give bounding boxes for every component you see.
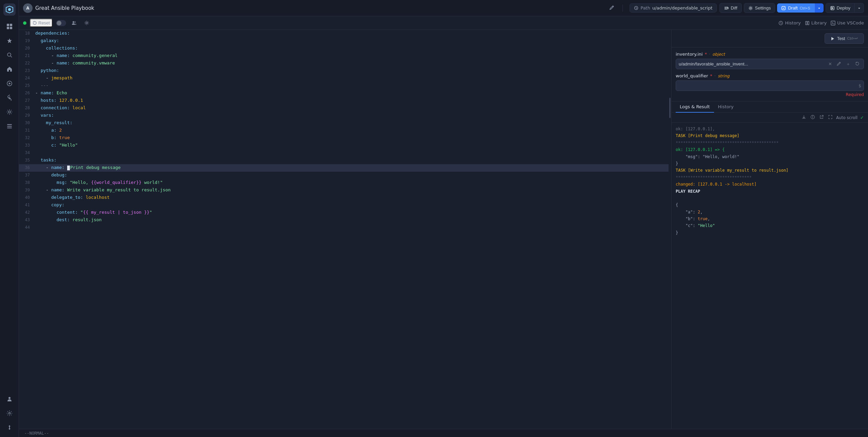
add-inventory-icon[interactable]: ＋ (845, 60, 852, 69)
log-line: "b": true, (676, 215, 864, 222)
table-row: 31 a: 2 (19, 127, 669, 134)
svg-point-18 (750, 7, 751, 9)
sidebar-item-dollar[interactable]: $ (3, 92, 16, 104)
table-row: 26 - name: Echo (19, 90, 669, 97)
qualifier-input[interactable] (676, 80, 864, 91)
auto-scroll-check: ✓ (860, 115, 864, 120)
draft-chevron-button[interactable] (814, 3, 824, 13)
toggle-switch[interactable] (56, 20, 66, 26)
edit-title-icon[interactable] (608, 4, 616, 12)
draft-button[interactable]: Draft Ctrl+S (777, 3, 814, 13)
edit-inventory-icon[interactable] (835, 60, 843, 68)
code-scrollbar[interactable] (669, 30, 671, 429)
sidebar-item-settings[interactable] (3, 407, 16, 419)
inventory-input-row: ✕ ＋ (676, 59, 864, 69)
library-btn[interactable]: Library (805, 20, 827, 25)
sidebar-item-home[interactable] (3, 63, 16, 75)
draft-label: Draft (788, 5, 797, 11)
svg-point-22 (74, 21, 76, 23)
logs-content[interactable]: ok: [127.0.0.1], TASK [Print debug messa… (672, 123, 868, 429)
draft-shortcut: Ctrl+S (800, 6, 810, 10)
sidebar-item-search[interactable] (3, 49, 16, 61)
clear-inventory-icon[interactable]: ✕ (827, 60, 833, 68)
logs-tabs: Logs & Result History (672, 101, 868, 113)
sidebar-item-star[interactable] (3, 35, 16, 47)
download-logs-icon[interactable] (801, 114, 807, 121)
logs-toolbar: Auto scroll ✓ (672, 113, 868, 123)
log-line: ****************************************… (676, 139, 864, 146)
qualifier-label-row: world_qualifier * · string (676, 73, 864, 78)
refresh-inventory-icon[interactable] (854, 60, 861, 68)
table-row: 18 dependencies: (19, 30, 669, 37)
inventory-type: object (712, 52, 725, 57)
expand-logs-icon[interactable] (827, 114, 833, 121)
deploy-chevron-button[interactable] (855, 3, 864, 13)
log-line: "a": 2, (676, 209, 864, 215)
path-button[interactable]: Path u/admin/dependable_script (630, 3, 717, 13)
table-row: 41 copy: (19, 202, 669, 209)
scrollbar-thumb[interactable] (669, 98, 671, 118)
sidebar-item-grid[interactable] (3, 20, 16, 33)
topbar-actions: Diff Settings Draft Ctrl+S (719, 3, 864, 13)
vscode-btn[interactable]: Use VSCode (831, 20, 864, 25)
app-logo[interactable] (3, 3, 16, 16)
deploy-label: Deploy (837, 5, 850, 11)
reset-label: Reset (38, 20, 50, 25)
log-line (676, 195, 864, 202)
test-label: Test (837, 36, 845, 41)
sidebar-item-user[interactable] (3, 393, 16, 405)
history-btn[interactable]: History (778, 20, 801, 25)
table-row: 42 content: "{{ my_result | to_json }}" (19, 209, 669, 216)
code-editor[interactable]: 18 dependencies: 19 galaxy: 20 collectio… (19, 30, 669, 429)
draft-deploy-group: Draft Ctrl+S (777, 3, 823, 13)
svg-text:$: $ (8, 96, 11, 100)
svg-line-7 (11, 56, 12, 57)
status-bar: --NORMAL-- (19, 429, 868, 437)
table-row: 24 - jmespath (19, 75, 669, 82)
log-line: TASK [Print debug message] (676, 132, 864, 139)
table-row: 29 vars: (19, 112, 669, 119)
inventory-input[interactable] (679, 59, 825, 69)
log-line: ok: [127.0.0.1] => { (676, 146, 864, 153)
table-row: 23 python: (19, 67, 669, 75)
dollar-icon: $ (859, 83, 861, 88)
svg-point-6 (7, 53, 11, 56)
log-line: PLAY RECAP (676, 188, 864, 195)
settings-label: Settings (755, 5, 771, 11)
table-row: 43 dest: result.json (19, 216, 669, 224)
tab-history[interactable]: History (714, 101, 738, 113)
users-icon-btn[interactable] (70, 19, 79, 26)
sidebar-item-cog[interactable] (3, 106, 16, 118)
sidebar-item-list[interactable] (3, 120, 16, 132)
cursor (67, 166, 70, 170)
table-row: 32 b: true (19, 134, 669, 142)
sidebar-item-play[interactable] (3, 77, 16, 90)
external-logs-icon[interactable] (818, 114, 825, 121)
table-row: 35 tasks: (19, 157, 669, 164)
table-row: 19 galaxy: (19, 37, 669, 45)
svg-rect-11 (7, 124, 12, 125)
test-button[interactable]: Test Ctrl+↵ (825, 33, 864, 44)
table-row: 44 (19, 224, 669, 231)
log-line: TASK [Write variable my_result to result… (676, 167, 864, 174)
info-logs-icon[interactable] (810, 114, 816, 121)
svg-rect-26 (808, 21, 809, 25)
sidebar-item-arrows[interactable] (3, 421, 16, 434)
svg-point-17 (727, 7, 729, 9)
tab-logs-result[interactable]: Logs & Result (676, 101, 714, 113)
page-title: Great Ansible Playbook (35, 5, 605, 11)
inventory-required: * (705, 52, 707, 57)
table-row: 25 --- (19, 82, 669, 90)
reset-button[interactable]: Reset (30, 19, 53, 27)
svg-point-15 (8, 413, 10, 414)
table-row: 28 connection: local (19, 104, 669, 112)
toolbar: Reset History (19, 16, 868, 30)
svg-point-10 (8, 111, 11, 113)
settings-button[interactable]: Settings (744, 3, 775, 13)
path-label: Path (640, 5, 650, 11)
table-row: 40 delegate_to: localhost (19, 194, 669, 202)
right-panel: Test Ctrl+↵ inventory.ini * · object ✕ (671, 30, 868, 429)
gear-small-btn[interactable] (82, 19, 91, 26)
deploy-button[interactable]: Deploy (826, 3, 855, 13)
diff-button[interactable]: Diff (719, 3, 741, 13)
